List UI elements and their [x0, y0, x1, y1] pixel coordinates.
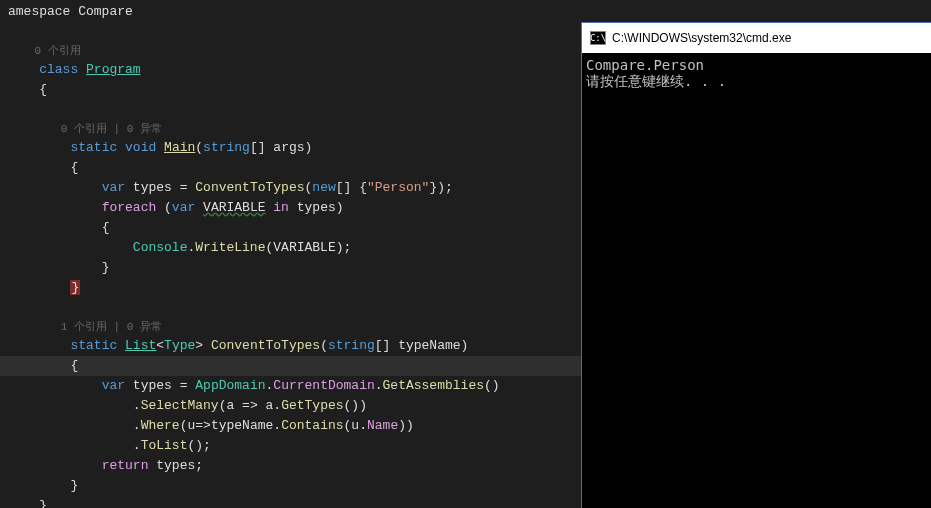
code-line: static List<Type> ConventToTypes(string[…	[0, 336, 581, 356]
cmd-titlebar[interactable]: C:\ C:\WINDOWS\system32\cmd.exe	[582, 23, 931, 53]
cmd-title: C:\WINDOWS\system32\cmd.exe	[612, 31, 791, 45]
code-line: {	[0, 80, 581, 100]
code-line: foreach (var VARIABLE in types)	[0, 198, 581, 218]
code-line: .Where(u=>typeName.Contains(u.Name))	[0, 416, 581, 436]
cmd-icon: C:\	[590, 31, 606, 45]
code-line: }	[0, 258, 581, 278]
code-line: }	[0, 476, 581, 496]
cmd-window[interactable]: C:\ C:\WINDOWS\system32\cmd.exe Compare.…	[581, 22, 931, 508]
code-line: Console.WriteLine(VARIABLE);	[0, 238, 581, 258]
codelens[interactable]: 0 个引用 | 0 异常	[0, 120, 581, 138]
code-line: {	[0, 158, 581, 178]
blank-line	[0, 100, 581, 120]
code-line: class Program	[0, 60, 581, 80]
code-line: return types;	[0, 456, 581, 476]
code-line: amespace Compare	[0, 2, 581, 22]
code-line: static void Main(string[] args)	[0, 138, 581, 158]
code-line: }	[0, 278, 581, 298]
code-line: {	[0, 218, 581, 238]
editor-background	[581, 0, 931, 22]
code-line: .SelectMany(a => a.GetTypes())	[0, 396, 581, 416]
blank-line	[0, 298, 581, 318]
code-editor[interactable]: amespace Compare 0 个引用 class Program { 0…	[0, 0, 581, 508]
blank-line	[0, 22, 581, 42]
codelens[interactable]: 0 个引用	[0, 42, 581, 60]
cmd-output: Compare.Person 请按任意键继续. . .	[582, 53, 931, 93]
code-line: {	[0, 356, 581, 376]
code-line: }	[0, 496, 581, 508]
code-line: var types = ConventToTypes(new[] {"Perso…	[0, 178, 581, 198]
code-line: .ToList();	[0, 436, 581, 456]
codelens[interactable]: 1 个引用 | 0 异常	[0, 318, 581, 336]
code-line: var types = AppDomain.CurrentDomain.GetA…	[0, 376, 581, 396]
